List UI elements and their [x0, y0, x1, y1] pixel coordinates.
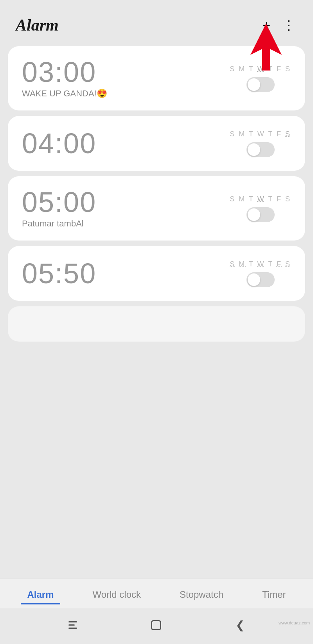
alarm-time-display-1: 03:00 WAKE UP GANDA!😍	[22, 58, 107, 99]
nav-tabs-container: Alarm World clock Stopwatch Timer	[0, 586, 313, 604]
alarms-list: 03:00 WAKE UP GANDA!😍 S M T W T F S 04:0…	[0, 42, 313, 579]
alarm-card-empty	[8, 306, 305, 342]
alarm-time-display-4: 05:50	[22, 259, 96, 288]
bottom-navigation: Alarm World clock Stopwatch Timer	[0, 579, 313, 608]
alarm-card-3[interactable]: 05:00 Patumar tambAl S M T W T F S	[8, 176, 305, 241]
alarm-toggle-4[interactable]	[246, 272, 275, 287]
alarm-time-1: 03:00	[22, 58, 107, 86]
alarm-days-1: S M T W T F S	[230, 65, 291, 73]
alarm-card-4[interactable]: 05:50 S M T W T F S	[8, 246, 305, 301]
alarm-time-2: 04:00	[22, 129, 96, 157]
alarm-controls-3: S M T W T F S	[230, 195, 291, 222]
alarm-controls-2: S M T W T F S	[230, 130, 291, 157]
watermark: www.deuaz.com	[279, 620, 310, 625]
system-nav-bar: ❮	[0, 608, 313, 644]
alarm-controls-1: S M T W T F S	[230, 65, 291, 92]
alarm-toggle-1[interactable]	[246, 77, 275, 92]
tab-world-clock[interactable]: World clock	[86, 586, 147, 604]
alarm-time-display-3: 05:00 Patumar tambAl	[22, 188, 96, 229]
alarm-days-2: S M T W T F S	[230, 130, 291, 138]
home-icon	[151, 620, 161, 630]
alarm-controls-4: S M T W T F S	[230, 260, 291, 287]
home-button[interactable]	[148, 617, 164, 633]
alarm-label-3: Patumar tambAl	[22, 219, 96, 229]
tab-alarm[interactable]: Alarm	[21, 586, 60, 604]
add-alarm-button[interactable]: +	[261, 16, 272, 34]
back-icon: ❮	[236, 619, 245, 631]
alarm-time-4: 05:50	[22, 259, 96, 288]
app-header: Alarm + ⋮	[0, 0, 313, 42]
alarm-days-3: S M T W T F S	[230, 195, 291, 203]
alarm-time-3: 05:00	[22, 188, 96, 216]
alarm-label-1: WAKE UP GANDA!😍	[22, 89, 107, 99]
tab-stopwatch[interactable]: Stopwatch	[173, 586, 230, 604]
alarm-card-2[interactable]: 04:00 S M T W T F S	[8, 116, 305, 171]
recent-apps-button[interactable]	[65, 618, 80, 632]
more-options-button[interactable]: ⋮	[280, 16, 297, 34]
alarm-days-4: S M T W T F S	[230, 260, 291, 268]
alarm-toggle-2[interactable]	[246, 142, 275, 157]
tab-timer[interactable]: Timer	[256, 586, 292, 604]
recent-apps-icon	[68, 621, 77, 629]
alarm-toggle-3[interactable]	[246, 207, 275, 222]
header-actions: + ⋮	[261, 16, 297, 34]
alarm-time-display-2: 04:00	[22, 129, 96, 157]
back-button[interactable]: ❮	[232, 615, 248, 635]
alarm-card-1[interactable]: 03:00 WAKE UP GANDA!😍 S M T W T F S	[8, 46, 305, 110]
page-title: Alarm	[16, 16, 59, 34]
